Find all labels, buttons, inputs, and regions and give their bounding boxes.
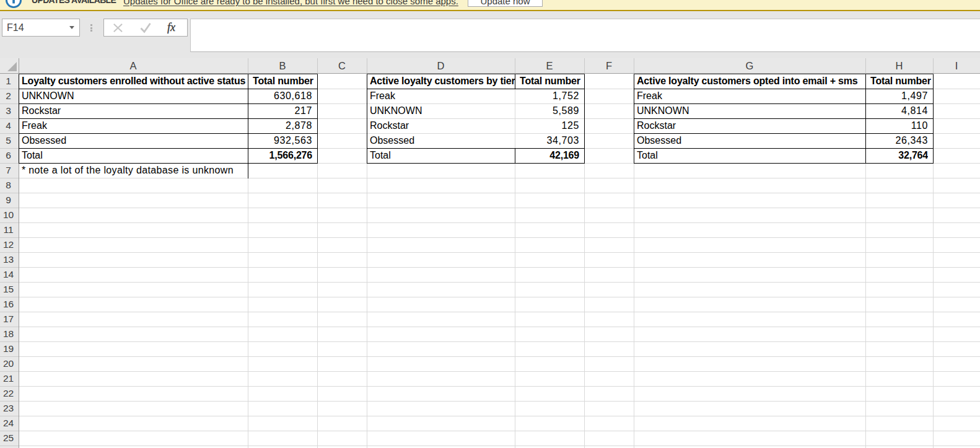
svg-text:fx: fx [167,21,175,33]
